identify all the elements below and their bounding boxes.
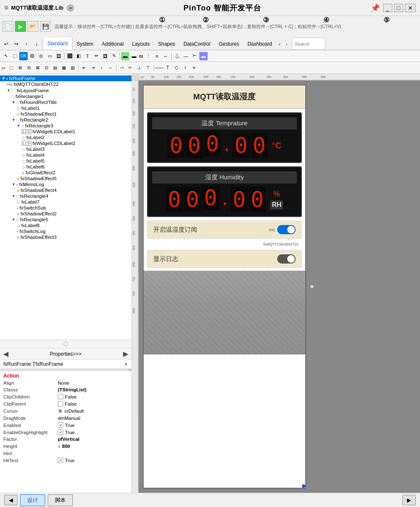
- tree-item-rect2[interactable]: ▼ □ fxRectangle2: [0, 117, 131, 123]
- checkbox-enabled[interactable]: ✓: [58, 422, 63, 428]
- maximize-button[interactable]: □: [394, 4, 403, 12]
- tab-gestures[interactable]: Gestures: [214, 38, 243, 50]
- tool-gear[interactable]: ⚙: [28, 52, 36, 60]
- tool-more[interactable]: ≡: [153, 52, 161, 60]
- tree-item-layoutframe[interactable]: ▼ ⬚ fxLayoutFrame: [0, 87, 131, 93]
- tool-text[interactable]: T: [83, 52, 92, 60]
- run-button[interactable]: ▶: [15, 21, 26, 32]
- t2-14[interactable]: ⊢: [126, 64, 135, 72]
- tool-green[interactable]: ▬: [121, 52, 129, 60]
- tool-align-l[interactable]: ⬛: [66, 52, 74, 60]
- t2-7[interactable]: ▦: [60, 64, 68, 72]
- tool-pencil[interactable]: ✏: [92, 52, 100, 60]
- tree-item-shadow3[interactable]: ● fxShadowEffect3: [0, 234, 131, 240]
- tree-item-memolog[interactable]: ▼ ▪ fxMemoLog: [0, 181, 131, 187]
- tab-layouts[interactable]: Layouts: [128, 38, 154, 50]
- t2-19[interactable]: Ⅰ: [181, 64, 190, 72]
- checkbox-clipchildren[interactable]: [58, 394, 63, 399]
- tree-item-label6[interactable]: ◇ fxLabel6: [0, 164, 131, 170]
- dropdown-icon[interactable]: ▼: [124, 362, 128, 367]
- t2-10[interactable]: ⇥: [89, 64, 97, 72]
- tree-item-label2[interactable]: ◇ fxLabel2: [0, 135, 131, 140]
- tree-item-label1[interactable]: ◇ fxLabel1: [0, 105, 131, 111]
- tab-system[interactable]: System: [72, 38, 98, 50]
- tab-shapes[interactable]: Shapes: [154, 38, 179, 50]
- tool-rect[interactable]: ▭: [46, 52, 54, 60]
- design-button[interactable]: 设计: [20, 494, 45, 506]
- up-button[interactable]: ↑: [22, 39, 31, 49]
- toggle-switch-1[interactable]: [277, 225, 296, 234]
- minimize-button[interactable]: _: [383, 4, 392, 12]
- pin-icon[interactable]: 📌: [371, 3, 380, 13]
- tool-edit[interactable]: ✎: [110, 52, 118, 60]
- new-button[interactable]: 📄: [3, 21, 13, 32]
- script-button[interactable]: 脚本: [48, 494, 73, 506]
- tree-item-rect1[interactable]: □ fxRectangle1: [0, 93, 131, 99]
- tree-item-switchlog[interactable]: ▪ fxSwitchLog: [0, 228, 131, 234]
- tree-item-roundrect[interactable]: ▼ □ fxRoundRectTitle: [0, 99, 131, 105]
- tool-gap[interactable]: ⋮: [144, 52, 152, 60]
- tool-indent[interactable]: ⊢: [191, 52, 199, 60]
- tree-item-rect5[interactable]: ▼ □ fxRectangle5: [0, 217, 131, 222]
- tool-bar[interactable]: ▬: [130, 52, 138, 60]
- t2-4[interactable]: ⊠: [33, 64, 42, 72]
- tool-ok[interactable]: OK: [19, 52, 28, 60]
- tool-line[interactable]: —: [182, 52, 190, 60]
- t2-6[interactable]: ▤: [51, 64, 59, 72]
- component-selector[interactable]: fxRunFrame:TfxRunFrame ▼: [0, 360, 131, 369]
- nav-back[interactable]: ◀: [3, 350, 8, 358]
- tree-item-label4[interactable]: ◇ fxLabel4: [0, 152, 131, 158]
- tree-item-shadow2[interactable]: ● fxShadowEffect2: [0, 211, 131, 217]
- tree-item-shadow1[interactable]: ● fxShadowEffect1: [0, 111, 131, 117]
- tree-item-switchsub[interactable]: ▪ fxSwitchSub: [0, 205, 131, 211]
- checkbox-enabledrag[interactable]: ✓: [58, 429, 63, 435]
- tool-circle[interactable]: ◎: [37, 52, 45, 60]
- tool-align-r[interactable]: ◧: [75, 52, 83, 60]
- tool-blue[interactable]: ▬: [199, 52, 208, 60]
- t2-11[interactable]: ↕: [98, 64, 106, 72]
- t2-15[interactable]: ⊥: [135, 64, 144, 72]
- undo-button[interactable]: ↩: [2, 39, 11, 49]
- tree-item-fxrunframe[interactable]: ▼ ▪ fxRunFrame: [0, 75, 131, 81]
- tree-item-label7[interactable]: ◇ fxLabel7: [0, 199, 131, 205]
- forward-arrow-btn[interactable]: ▶: [402, 495, 416, 505]
- tree-item-lcd2[interactable]: LCD fxWidgetLCDLabel2: [0, 140, 131, 146]
- tab-next[interactable]: ›: [283, 38, 290, 50]
- tool-corner[interactable]: ⌐: [162, 52, 170, 60]
- open-button[interactable]: 📂: [28, 21, 39, 32]
- toggle-switch-2[interactable]: [277, 254, 296, 264]
- tab-dashboard[interactable]: Dashboard: [243, 38, 276, 50]
- t2-2[interactable]: ⊞: [16, 64, 24, 72]
- scrollbar-thumb[interactable]: [128, 369, 131, 371]
- tree-item-shadow5[interactable]: ● fxShadowEffect5: [0, 176, 131, 181]
- tab-additional[interactable]: Additional: [98, 38, 128, 50]
- t2-3[interactable]: ⊟: [25, 64, 33, 72]
- t2-17[interactable]: T: [164, 64, 172, 72]
- redo-button[interactable]: ↪: [12, 39, 21, 49]
- t2-12[interactable]: ↔: [106, 64, 115, 72]
- tree-item-glow2[interactable]: ● fxGlowEffect2: [0, 170, 131, 176]
- t2-8[interactable]: ▧: [69, 64, 77, 72]
- tree-item-shadow4[interactable]: ● fxShadowEffect4: [0, 187, 131, 193]
- tool-pointer[interactable]: ⬚: [10, 52, 19, 60]
- t2-18[interactable]: ⬡: [173, 64, 181, 72]
- selection-handle[interactable]: [302, 484, 305, 488]
- down-button[interactable]: ↓: [32, 39, 41, 49]
- t2-20[interactable]: ≡: [190, 64, 198, 72]
- nav-forward[interactable]: ▶: [123, 350, 128, 358]
- tab-datacontrol[interactable]: DataControl: [179, 38, 214, 50]
- checkbox-clipparent[interactable]: [58, 401, 63, 406]
- tree-item-label5[interactable]: ◇ fxLabel5: [0, 158, 131, 164]
- tool-image[interactable]: 🖼: [54, 52, 63, 60]
- t2-5[interactable]: ⊡: [42, 64, 51, 72]
- search-input[interactable]: [292, 38, 325, 50]
- back-arrow-btn[interactable]: ◀: [4, 495, 18, 505]
- tree-item-label3[interactable]: ◇ fxLabel3: [0, 146, 131, 152]
- tool-img2[interactable]: 🖼: [101, 52, 109, 60]
- tool-select[interactable]: ↖: [2, 52, 10, 60]
- tab-standard[interactable]: Standard: [43, 38, 72, 50]
- tree-item-lcd1[interactable]: LCD fxWidgetLCDLabel1: [0, 129, 131, 135]
- tab-prev[interactable]: ‹: [276, 38, 283, 50]
- close-button[interactable]: ×: [67, 4, 74, 12]
- tool-anchor[interactable]: ⚓: [173, 52, 181, 60]
